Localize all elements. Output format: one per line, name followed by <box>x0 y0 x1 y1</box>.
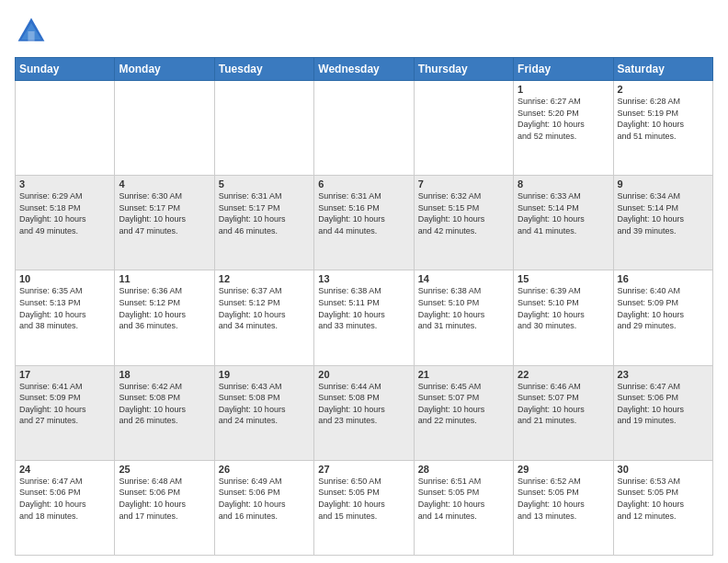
header <box>15 15 713 48</box>
calendar-cell: 3Sunrise: 6:29 AMSunset: 5:18 PMDaylight… <box>16 176 115 270</box>
col-friday: Friday <box>514 58 613 81</box>
calendar-cell <box>314 81 414 176</box>
day-info: Sunrise: 6:47 AMSunset: 5:06 PMDaylight:… <box>618 381 709 427</box>
day-info: Sunrise: 6:33 AMSunset: 5:14 PMDaylight:… <box>518 190 609 236</box>
day-info: Sunrise: 6:48 AMSunset: 5:06 PMDaylight:… <box>119 476 210 522</box>
calendar-cell: 7Sunrise: 6:32 AMSunset: 5:15 PMDaylight… <box>414 176 513 270</box>
calendar-week-4: 24Sunrise: 6:47 AMSunset: 5:06 PMDayligh… <box>16 460 713 555</box>
logo <box>15 15 51 48</box>
calendar-week-1: 3Sunrise: 6:29 AMSunset: 5:18 PMDaylight… <box>16 176 713 270</box>
day-info: Sunrise: 6:38 AMSunset: 5:11 PMDaylight:… <box>318 285 409 331</box>
calendar-cell: 11Sunrise: 6:36 AMSunset: 5:12 PMDayligh… <box>115 270 214 365</box>
day-info: Sunrise: 6:53 AMSunset: 5:05 PMDaylight:… <box>618 476 709 522</box>
calendar-cell <box>214 81 313 176</box>
calendar-cell: 8Sunrise: 6:33 AMSunset: 5:14 PMDaylight… <box>514 176 613 270</box>
day-info: Sunrise: 6:49 AMSunset: 5:06 PMDaylight:… <box>219 476 310 522</box>
day-number: 24 <box>19 464 110 475</box>
calendar-cell <box>115 81 214 176</box>
day-number: 25 <box>119 464 210 475</box>
day-number: 16 <box>618 273 709 284</box>
day-number: 1 <box>518 84 609 95</box>
calendar-header: Sunday Monday Tuesday Wednesday Thursday… <box>16 58 713 81</box>
day-number: 29 <box>518 464 609 475</box>
day-info: Sunrise: 6:47 AMSunset: 5:06 PMDaylight:… <box>19 476 110 522</box>
day-number: 10 <box>19 273 110 284</box>
day-number: 14 <box>418 273 509 284</box>
day-info: Sunrise: 6:31 AMSunset: 5:17 PMDaylight:… <box>219 190 310 236</box>
calendar-cell: 28Sunrise: 6:51 AMSunset: 5:05 PMDayligh… <box>414 460 513 555</box>
calendar-cell: 12Sunrise: 6:37 AMSunset: 5:12 PMDayligh… <box>214 270 313 365</box>
calendar-cell: 18Sunrise: 6:42 AMSunset: 5:08 PMDayligh… <box>115 365 214 460</box>
day-info: Sunrise: 6:45 AMSunset: 5:07 PMDaylight:… <box>418 381 509 427</box>
day-number: 5 <box>219 178 310 190</box>
col-tuesday: Tuesday <box>214 58 313 81</box>
calendar-cell <box>414 81 513 176</box>
calendar-cell: 15Sunrise: 6:39 AMSunset: 5:10 PMDayligh… <box>514 270 613 365</box>
day-info: Sunrise: 6:27 AMSunset: 5:20 PMDaylight:… <box>518 96 609 142</box>
day-number: 21 <box>418 369 509 380</box>
day-number: 20 <box>318 369 409 380</box>
calendar-cell: 20Sunrise: 6:44 AMSunset: 5:08 PMDayligh… <box>314 365 414 460</box>
day-info: Sunrise: 6:42 AMSunset: 5:08 PMDaylight:… <box>119 381 210 427</box>
calendar-cell: 10Sunrise: 6:35 AMSunset: 5:13 PMDayligh… <box>16 270 115 365</box>
day-number: 11 <box>119 273 210 284</box>
day-info: Sunrise: 6:52 AMSunset: 5:05 PMDaylight:… <box>518 476 609 522</box>
calendar-week-3: 17Sunrise: 6:41 AMSunset: 5:09 PMDayligh… <box>16 365 713 460</box>
day-info: Sunrise: 6:35 AMSunset: 5:13 PMDaylight:… <box>19 285 110 331</box>
day-info: Sunrise: 6:34 AMSunset: 5:14 PMDaylight:… <box>618 190 709 236</box>
col-sunday: Sunday <box>16 58 115 81</box>
calendar-cell: 13Sunrise: 6:38 AMSunset: 5:11 PMDayligh… <box>314 270 414 365</box>
calendar-cell: 26Sunrise: 6:49 AMSunset: 5:06 PMDayligh… <box>214 460 313 555</box>
calendar-cell: 2Sunrise: 6:28 AMSunset: 5:19 PMDaylight… <box>613 81 712 176</box>
calendar-cell: 25Sunrise: 6:48 AMSunset: 5:06 PMDayligh… <box>115 460 214 555</box>
calendar-cell: 23Sunrise: 6:47 AMSunset: 5:06 PMDayligh… <box>613 365 712 460</box>
calendar-cell: 9Sunrise: 6:34 AMSunset: 5:14 PMDaylight… <box>613 176 712 270</box>
calendar-cell: 21Sunrise: 6:45 AMSunset: 5:07 PMDayligh… <box>414 365 513 460</box>
day-number: 28 <box>418 464 509 475</box>
day-number: 23 <box>618 369 709 380</box>
calendar-cell: 14Sunrise: 6:38 AMSunset: 5:10 PMDayligh… <box>414 270 513 365</box>
day-number: 22 <box>518 369 609 380</box>
day-info: Sunrise: 6:51 AMSunset: 5:05 PMDaylight:… <box>418 476 509 522</box>
svg-rect-2 <box>28 31 34 41</box>
day-number: 6 <box>318 178 409 190</box>
day-number: 12 <box>219 273 310 284</box>
day-number: 15 <box>518 273 609 284</box>
calendar-cell: 22Sunrise: 6:46 AMSunset: 5:07 PMDayligh… <box>514 365 613 460</box>
day-number: 19 <box>219 369 310 380</box>
col-thursday: Thursday <box>414 58 513 81</box>
day-number: 4 <box>119 178 210 190</box>
day-info: Sunrise: 6:31 AMSunset: 5:16 PMDaylight:… <box>318 190 409 236</box>
day-number: 17 <box>19 369 110 380</box>
day-info: Sunrise: 6:29 AMSunset: 5:18 PMDaylight:… <box>19 190 110 236</box>
col-monday: Monday <box>115 58 214 81</box>
day-number: 3 <box>19 178 110 190</box>
day-info: Sunrise: 6:43 AMSunset: 5:08 PMDaylight:… <box>219 381 310 427</box>
header-row: Sunday Monday Tuesday Wednesday Thursday… <box>16 58 713 81</box>
day-info: Sunrise: 6:40 AMSunset: 5:09 PMDaylight:… <box>618 285 709 331</box>
calendar-cell: 24Sunrise: 6:47 AMSunset: 5:06 PMDayligh… <box>16 460 115 555</box>
day-info: Sunrise: 6:32 AMSunset: 5:15 PMDaylight:… <box>418 190 509 236</box>
calendar-week-0: 1Sunrise: 6:27 AMSunset: 5:20 PMDaylight… <box>16 81 713 176</box>
page: Sunday Monday Tuesday Wednesday Thursday… <box>0 0 728 563</box>
day-number: 7 <box>418 178 509 190</box>
day-number: 27 <box>318 464 409 475</box>
day-info: Sunrise: 6:36 AMSunset: 5:12 PMDaylight:… <box>119 285 210 331</box>
day-number: 13 <box>318 273 409 284</box>
col-saturday: Saturday <box>613 58 712 81</box>
calendar-cell: 16Sunrise: 6:40 AMSunset: 5:09 PMDayligh… <box>613 270 712 365</box>
day-number: 2 <box>618 84 709 95</box>
calendar-cell: 1Sunrise: 6:27 AMSunset: 5:20 PMDaylight… <box>514 81 613 176</box>
calendar-cell: 29Sunrise: 6:52 AMSunset: 5:05 PMDayligh… <box>514 460 613 555</box>
day-info: Sunrise: 6:44 AMSunset: 5:08 PMDaylight:… <box>318 381 409 427</box>
day-info: Sunrise: 6:37 AMSunset: 5:12 PMDaylight:… <box>219 285 310 331</box>
day-info: Sunrise: 6:46 AMSunset: 5:07 PMDaylight:… <box>518 381 609 427</box>
day-info: Sunrise: 6:28 AMSunset: 5:19 PMDaylight:… <box>618 96 709 142</box>
calendar-cell <box>16 81 115 176</box>
day-number: 18 <box>119 369 210 380</box>
calendar-cell: 19Sunrise: 6:43 AMSunset: 5:08 PMDayligh… <box>214 365 313 460</box>
calendar-table: Sunday Monday Tuesday Wednesday Thursday… <box>15 57 713 556</box>
calendar-cell: 4Sunrise: 6:30 AMSunset: 5:17 PMDaylight… <box>115 176 214 270</box>
day-info: Sunrise: 6:30 AMSunset: 5:17 PMDaylight:… <box>119 190 210 236</box>
day-number: 9 <box>618 178 709 190</box>
